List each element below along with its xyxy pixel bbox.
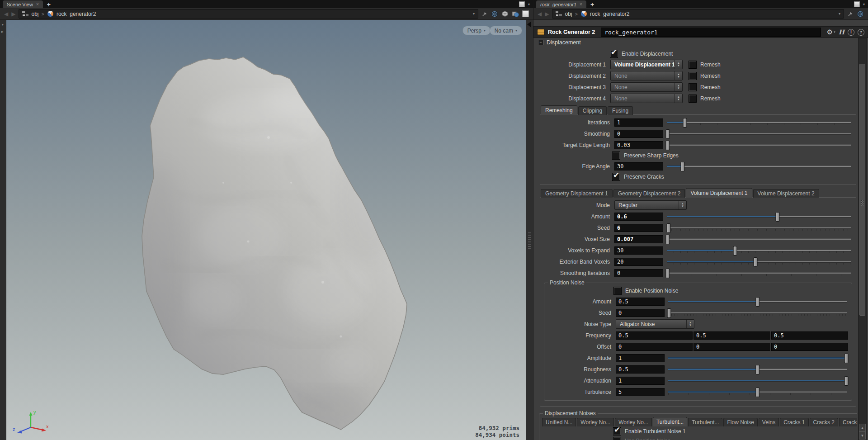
preserve-cracks-checkbox[interactable]: ✔ (613, 173, 620, 180)
slider-handle[interactable] (756, 365, 760, 374)
frequency-z-field[interactable]: 0.5 (771, 331, 848, 340)
voxels-to-expand-slider[interactable] (667, 246, 851, 255)
enable-turbulent-noise-checkbox[interactable]: ✔ (613, 428, 621, 435)
amount-slider[interactable] (667, 212, 851, 221)
spinner-icon[interactable]: ▲▼ (675, 60, 682, 69)
forward-icon[interactable]: ▶ (545, 11, 549, 17)
pane-maximize-icon[interactable] (519, 1, 525, 7)
tab-unified-noise[interactable]: Unified N... (542, 418, 576, 426)
pane-menu-caret-icon[interactable]: ▾ (528, 2, 530, 6)
slider-handle[interactable] (681, 162, 685, 171)
displacement-2-dropdown[interactable]: None ▲▼ (610, 71, 683, 80)
amplitude-slider[interactable] (668, 353, 847, 363)
back-icon[interactable]: ◀ (538, 11, 542, 17)
target-bullseye-icon[interactable] (491, 10, 498, 18)
smoothing-iterations-slider[interactable] (667, 268, 851, 278)
add-tab-button[interactable]: + (43, 0, 55, 8)
scene-viewport[interactable]: Persp ▾ No cam ▾ y x z 84,932 prims 8 (6, 20, 526, 440)
tab-scene-view[interactable]: Scene View × (3, 0, 43, 8)
toolbar-collapse-down-icon[interactable]: ▼ (1, 24, 4, 26)
path-dropdown-caret-icon[interactable]: ▾ (839, 12, 840, 16)
preserve-sharp-edges-checkbox[interactable]: ✔ (613, 152, 620, 159)
enable-displacement-checkbox[interactable]: ✔ (610, 50, 618, 57)
turbulence-field[interactable]: 5 (616, 388, 665, 396)
viewport-layout-icon[interactable] (522, 10, 529, 17)
target-bullseye-icon[interactable] (857, 10, 864, 18)
breadcrumb-root[interactable]: obj (31, 11, 38, 17)
remesh-3-checkbox[interactable]: ✔ (689, 84, 696, 91)
enable-position-noise-checkbox[interactable]: ✔ (614, 287, 621, 294)
spinner-icon[interactable]: ▲▼ (679, 201, 686, 209)
scrollbar-thumb[interactable] (859, 64, 865, 316)
roughness-slider[interactable] (668, 364, 847, 374)
slider-handle[interactable] (666, 235, 670, 244)
amplitude-field[interactable]: 1 (616, 354, 665, 362)
back-icon[interactable]: ◀ (4, 11, 8, 17)
turbulence-slider[interactable] (668, 387, 847, 397)
slider-handle[interactable] (666, 129, 670, 139)
tab-geometry-displacement-1[interactable]: Geometry Displacement 1 (541, 189, 613, 198)
slider-handle[interactable] (683, 118, 687, 128)
tab-rock-generator1[interactable]: rock_generator1 × (536, 0, 586, 8)
edge-angle-field[interactable]: 30 (614, 162, 663, 170)
scroll-down-button[interactable]: ▼ (859, 431, 866, 440)
add-tab-button[interactable]: + (586, 0, 598, 8)
pane-menu-caret-icon[interactable]: ▾ (863, 2, 865, 6)
toolbar-collapse-right-icon[interactable]: ▶ (1, 30, 4, 33)
offset-x-field[interactable]: 0 (616, 343, 693, 351)
operator-type-icon[interactable] (537, 29, 545, 35)
camera-select-button[interactable]: No cam ▾ (490, 26, 522, 35)
slider-handle[interactable] (667, 223, 671, 233)
seed-slider[interactable] (667, 223, 851, 232)
tab-flow-noise[interactable]: Flow Noise (723, 418, 757, 426)
displacement-1-dropdown[interactable]: Volume Displacement 1 ▲▼ (610, 60, 683, 69)
pin-icon[interactable] (847, 11, 854, 17)
offset-z-field[interactable]: 0 (771, 343, 848, 351)
slider-handle[interactable] (667, 308, 671, 318)
slider-handle[interactable] (756, 388, 760, 397)
tab-volume-displacement-1[interactable]: Volume Displacement 1 (686, 188, 752, 198)
breadcrumb-root[interactable]: obj (565, 11, 572, 17)
amount-field[interactable]: 0.6 (614, 213, 663, 221)
info-icon[interactable]: i (848, 29, 854, 36)
collapse-section-icon[interactable]: − (538, 40, 543, 45)
forward-icon[interactable]: ▶ (11, 11, 15, 17)
pane-collapse-arrow-icon[interactable] (527, 22, 531, 27)
pane-divider[interactable] (526, 20, 533, 440)
tab-cracks-3[interactable]: Cracks 3 (839, 418, 857, 426)
frequency-x-field[interactable]: 0.5 (616, 331, 693, 340)
tab-worley-noise-1[interactable]: Worley No... (577, 418, 614, 426)
scroll-up-button[interactable]: ▲ (859, 424, 866, 432)
spinner-icon[interactable]: ▲▼ (675, 83, 682, 91)
slider-handle[interactable] (775, 212, 779, 222)
smoothing-slider[interactable] (667, 129, 851, 138)
gear-menu-button[interactable]: ⚙▾ (827, 28, 835, 36)
displacement-4-dropdown[interactable]: None ▲▼ (610, 94, 683, 103)
remesh-2-checkbox[interactable]: ✔ (689, 72, 696, 80)
close-icon[interactable]: × (580, 2, 582, 7)
smoothing-field[interactable]: 0 (614, 130, 663, 138)
breadcrumb-node[interactable]: rock_generator2 (57, 11, 96, 17)
tab-fusing[interactable]: Fusing (608, 106, 633, 115)
iterations-slider[interactable] (667, 118, 851, 127)
pn-seed-field[interactable]: 0 (616, 309, 665, 317)
tab-cracks-1[interactable]: Cracks 1 (780, 418, 808, 426)
exterior-band-voxels-slider[interactable] (667, 257, 851, 266)
pn-amount-field[interactable]: 0.5 (616, 298, 665, 306)
edge-angle-slider[interactable] (667, 161, 851, 171)
tab-turbulent-noise-1[interactable]: Turbulent... (653, 417, 687, 426)
smoothing-iterations-field[interactable]: 0 (614, 269, 663, 277)
parameters-path-field[interactable]: obj > rock_generator2 ▾ (552, 9, 844, 19)
slider-handle[interactable] (753, 257, 757, 267)
voxel-size-slider[interactable] (667, 234, 851, 244)
displacement-3-dropdown[interactable]: None ▲▼ (610, 82, 683, 92)
shading-cube-icon[interactable] (501, 10, 509, 18)
seed-field[interactable]: 6 (614, 224, 663, 232)
slider-handle[interactable] (666, 269, 670, 278)
pn-seed-slider[interactable] (668, 308, 847, 317)
spinner-icon[interactable]: ▲▼ (686, 320, 694, 328)
slider-handle[interactable] (844, 354, 849, 363)
target-edge-length-field[interactable]: 0.03 (614, 141, 663, 149)
parameters-scrollbar[interactable]: ▲ ▼ (858, 38, 867, 440)
attenuation-slider[interactable] (668, 376, 847, 385)
